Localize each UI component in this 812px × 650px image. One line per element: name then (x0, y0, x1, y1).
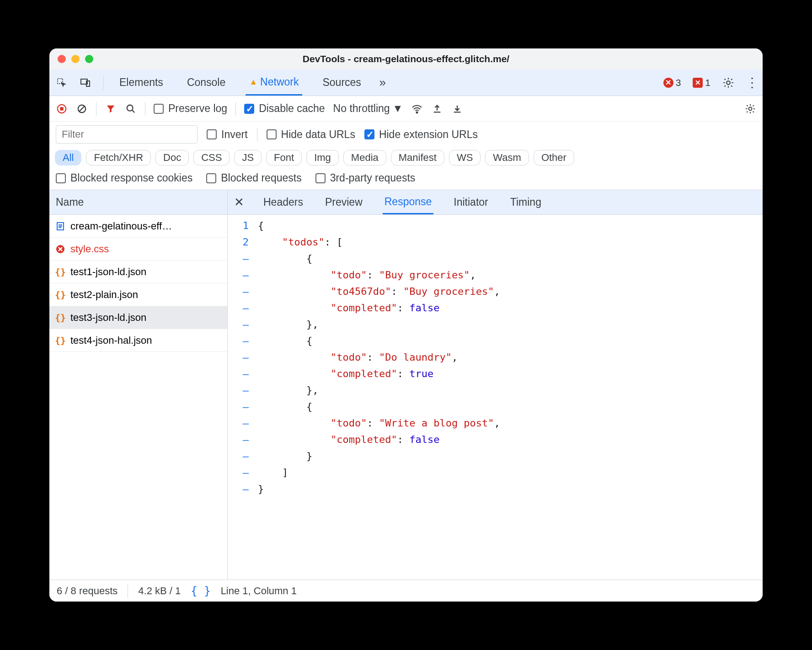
third-party-toggle[interactable]: 3rd-party requests (315, 172, 416, 184)
download-har-icon[interactable] (451, 103, 463, 115)
chip-font[interactable]: Font (266, 150, 302, 165)
request-row[interactable]: {}test2-plain.json (49, 283, 227, 306)
request-row[interactable]: cream-gelatinous-eff… (49, 215, 227, 238)
chip-img[interactable]: Img (306, 150, 339, 165)
request-name: test2-plain.json (70, 289, 138, 301)
chip-fetch-xhr[interactable]: Fetch/XHR (86, 150, 151, 165)
extra-filters-row: Blocked response cookies Blocked request… (49, 170, 763, 190)
main-tabs: ElementsConsole▲NetworkSources » ✕3 ✕1 ⋮ (49, 69, 763, 96)
tab-network[interactable]: ▲Network (246, 69, 302, 96)
filter-row: Invert Hide data URLs Hide extension URL… (49, 122, 763, 147)
hide-extension-urls-toggle[interactable]: Hide extension URLs (364, 128, 478, 141)
detail-tab-timing[interactable]: Timing (508, 190, 543, 214)
request-row[interactable]: {}test4-json-hal.json (49, 329, 227, 352)
panel-settings-gear-icon[interactable] (744, 103, 756, 115)
search-icon[interactable] (125, 103, 137, 115)
json-icon: {} (55, 312, 66, 323)
request-list: cream-gelatinous-eff…style.css{}test1-js… (49, 215, 227, 352)
detail-tab-headers[interactable]: Headers (262, 190, 305, 214)
svg-point-11 (749, 107, 752, 110)
status-bar: 6 / 8 requests 4.2 kB / 1 { } Line 1, Co… (49, 580, 763, 602)
invert-toggle[interactable]: Invert (207, 128, 248, 141)
svg-point-8 (127, 105, 133, 111)
preserve-log-toggle[interactable]: Preserve log (154, 102, 227, 115)
tab-elements[interactable]: Elements (116, 69, 167, 96)
more-tabs-icon[interactable]: » (377, 77, 389, 89)
blocked-requests-toggle[interactable]: Blocked requests (206, 172, 301, 184)
chip-css[interactable]: CSS (193, 150, 230, 165)
issue-count-badge[interactable]: ✕1 (693, 77, 710, 88)
chevron-down-icon: ▼ (393, 102, 403, 115)
upload-har-icon[interactable] (431, 103, 443, 115)
status-size: 4.2 kB / 1 (138, 585, 181, 597)
requests-header[interactable]: Name (49, 190, 227, 215)
issue-count: 1 (705, 77, 710, 88)
resource-type-chips: AllFetch/XHRDocCSSJSFontImgMediaManifest… (49, 147, 763, 170)
detail-tab-response[interactable]: Response (383, 190, 434, 214)
detail-tab-initiator[interactable]: Initiator (452, 190, 490, 214)
warning-icon: ▲ (249, 77, 257, 87)
throttling-select[interactable]: No throttling ▼ (333, 102, 403, 115)
request-row[interactable]: {}test1-json-ld.json (49, 261, 227, 283)
requests-sidebar: Name cream-gelatinous-eff…style.css{}tes… (49, 190, 228, 580)
json-icon: {} (55, 335, 66, 346)
disable-cache-toggle[interactable]: Disable cache (244, 102, 325, 115)
kebab-menu-icon[interactable]: ⋮ (746, 77, 758, 89)
svg-point-3 (727, 81, 730, 85)
json-icon: {} (55, 289, 66, 300)
doc-icon (55, 221, 66, 232)
device-toggle-icon[interactable] (80, 77, 91, 89)
devtools-window: DevTools - cream-gelatinous-effect.glitc… (49, 48, 763, 602)
error-count-badge[interactable]: ✕3 (663, 77, 681, 88)
chip-manifest[interactable]: Manifest (391, 150, 444, 165)
chip-media[interactable]: Media (343, 150, 386, 165)
chip-other[interactable]: Other (534, 150, 574, 165)
response-body[interactable]: 12––––––––––––––– { "todos": [ { "todo":… (228, 215, 763, 580)
svg-rect-5 (60, 107, 63, 110)
request-name: test1-json-ld.json (70, 266, 146, 278)
filter-input[interactable] (56, 125, 198, 144)
settings-gear-icon[interactable] (722, 77, 734, 89)
titlebar: DevTools - cream-gelatinous-effect.glitc… (49, 48, 763, 69)
request-name: cream-gelatinous-eff… (70, 220, 172, 232)
network-toolbar: Preserve log Disable cache No throttling… (49, 96, 763, 122)
request-row[interactable]: {}test3-json-ld.json (49, 306, 227, 329)
tab-sources[interactable]: Sources (319, 69, 364, 96)
detail-tab-preview[interactable]: Preview (323, 190, 364, 214)
content-split: Name cream-gelatinous-eff…style.css{}tes… (49, 190, 763, 580)
json-icon: {} (55, 266, 66, 277)
window-title: DevTools - cream-gelatinous-effect.glitc… (49, 53, 763, 64)
svg-point-10 (417, 112, 418, 113)
err-icon (55, 244, 66, 255)
detail-pane: ✕ HeadersPreviewResponseInitiatorTiming … (228, 190, 763, 580)
hide-data-urls-toggle[interactable]: Hide data URLs (267, 128, 355, 141)
status-requests: 6 / 8 requests (57, 585, 118, 597)
detail-tabs: ✕ HeadersPreviewResponseInitiatorTiming (228, 190, 763, 215)
chip-all[interactable]: All (55, 150, 81, 165)
inspect-icon[interactable] (56, 77, 68, 89)
clear-button[interactable] (76, 103, 88, 115)
filter-icon[interactable] (105, 103, 117, 115)
close-detail-icon[interactable]: ✕ (234, 195, 244, 209)
request-row[interactable]: style.css (49, 238, 227, 261)
chip-doc[interactable]: Doc (155, 150, 189, 165)
pretty-print-icon[interactable]: { } (191, 585, 210, 597)
svg-line-7 (79, 106, 85, 112)
blocked-cookies-toggle[interactable]: Blocked response cookies (56, 172, 192, 184)
record-button[interactable] (56, 103, 68, 115)
network-conditions-icon[interactable] (411, 103, 423, 115)
chip-js[interactable]: JS (234, 150, 262, 165)
chip-wasm[interactable]: Wasm (485, 150, 529, 165)
status-cursor: Line 1, Column 1 (221, 585, 297, 597)
svg-line-9 (132, 110, 135, 112)
request-name: style.css (70, 243, 109, 255)
chip-ws[interactable]: WS (449, 150, 481, 165)
request-name: test4-json-hal.json (70, 335, 152, 346)
request-name: test3-json-ld.json (70, 312, 146, 324)
divider (103, 76, 104, 90)
error-count: 3 (676, 77, 681, 88)
tab-console[interactable]: Console (183, 69, 229, 96)
